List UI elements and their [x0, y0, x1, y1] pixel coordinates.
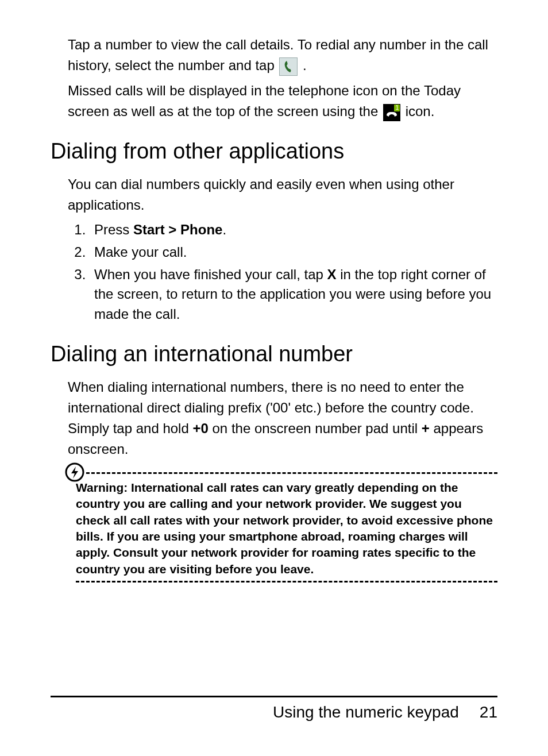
warning-divider-top: [76, 472, 497, 474]
warning-text: Warning: International call rates can va…: [76, 480, 497, 577]
document-page: Tap a number to view the call details. T…: [0, 0, 548, 756]
intro-text-2a: Missed calls will be displayed in the te…: [68, 83, 461, 119]
intro-text-1a: Tap a number to view the call details. T…: [68, 37, 488, 73]
missed-count-badge: 1: [394, 105, 400, 111]
step-3: When you have finished your call, tap X …: [90, 265, 497, 325]
step3-a: When you have finished your call, tap: [94, 267, 327, 282]
sec2-d: +: [422, 421, 430, 436]
missed-call-icon: 1: [383, 104, 400, 121]
footer-section-title: Using the numeric keypad: [273, 703, 459, 722]
lightning-icon: [64, 462, 85, 483]
warning-callout: Warning: International call rates can va…: [51, 472, 497, 583]
sec2-c: on the onscreen number pad until: [209, 421, 422, 436]
section2-paragraph: When dialing international numbers, ther…: [68, 377, 497, 460]
intro-text-1b: .: [303, 57, 307, 73]
steps-list: Press Start > Phone. Make your call. Whe…: [68, 220, 497, 325]
footer-page-number: 21: [480, 703, 497, 722]
intro-block: Tap a number to view the call details. T…: [68, 34, 497, 122]
step1-c: .: [222, 222, 226, 237]
heading-dialing-other-apps: Dialing from other applications: [51, 139, 497, 164]
step1-a: Press: [94, 222, 133, 237]
intro-text-2b: icon.: [406, 103, 435, 119]
intro-paragraph-1: Tap a number to view the call details. T…: [68, 34, 497, 76]
call-icon: [279, 57, 298, 76]
step-2: Make your call.: [90, 242, 497, 263]
heading-international: Dialing an international number: [51, 342, 497, 367]
section1-lead: You can dial numbers quickly and easily …: [68, 174, 497, 215]
step-1: Press Start > Phone.: [90, 220, 497, 240]
intro-paragraph-2: Missed calls will be displayed in the te…: [68, 80, 497, 122]
step1-b: Start > Phone: [133, 222, 222, 237]
sec2-b: +0: [192, 421, 208, 436]
warning-divider-bottom: [76, 581, 497, 583]
page-footer: Using the numeric keypad 21: [51, 696, 497, 722]
step3-b: X: [327, 267, 337, 282]
footer-rule: [51, 696, 497, 697]
